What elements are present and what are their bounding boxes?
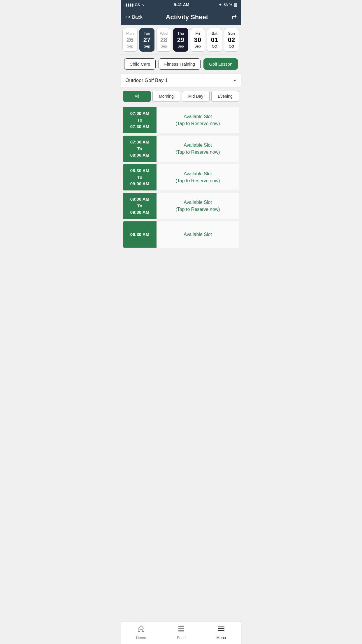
calendar-day-sat01[interactable]: Sat 01 Oct xyxy=(207,28,222,52)
day-num: 26 xyxy=(126,37,133,43)
day-name: Sun xyxy=(228,31,235,36)
day-num: 27 xyxy=(143,37,150,43)
slot-item-2[interactable]: 07:30 AMTo08:00 AM Available Slot(Tap to… xyxy=(123,136,239,162)
header: ‹ < Back Activity Sheet ⇄ xyxy=(121,9,241,25)
day-num: 30 xyxy=(194,37,201,43)
day-name: Mon xyxy=(126,31,133,36)
day-month: Sep xyxy=(127,44,133,48)
wifi-icon: ∿ xyxy=(141,3,145,7)
slot-content: Available Slot xyxy=(157,221,239,248)
dropdown-arrow-icon: ▼ xyxy=(233,78,237,83)
slots-list: 07:00 AMTo07:30 AM Available Slot(Tap to… xyxy=(121,105,241,250)
slot-time: 09:00 AMTo09:30 AM xyxy=(123,193,157,219)
day-month: Oct xyxy=(229,44,234,48)
slot-available-text: Available Slot(Tap to Reserve now) xyxy=(175,199,220,213)
slot-item-4[interactable]: 09:00 AMTo09:30 AM Available Slot(Tap to… xyxy=(123,193,239,219)
slot-content: Available Slot(Tap to Reserve now) xyxy=(157,164,239,190)
status-time: 9:41 AM xyxy=(174,2,189,7)
day-name: Wed xyxy=(160,31,168,36)
slot-time: 08:30 AMTo09:00 AM xyxy=(123,164,157,190)
day-name: Sat xyxy=(212,31,217,36)
back-label: < Back xyxy=(128,15,142,20)
slot-time: 07:00 AMTo07:30 AM xyxy=(123,107,157,133)
calendar-day-fri30[interactable]: Fri 30 Sep xyxy=(190,28,205,52)
back-button[interactable]: ‹ < Back xyxy=(125,15,143,20)
slot-item-1[interactable]: 07:00 AMTo07:30 AM Available Slot(Tap to… xyxy=(123,107,239,133)
bluetooth-icon: ✦ xyxy=(219,3,222,7)
status-right: ✦ 58 % ▓ xyxy=(219,3,237,7)
category-btn-golf-lesson[interactable]: Golf Lesson xyxy=(203,58,238,70)
day-name: Tue xyxy=(144,31,150,36)
calendar-day-sun02[interactable]: Sun 02 Oct xyxy=(224,28,239,52)
calendar-day-tue27[interactable]: Tue 27 Sep xyxy=(139,28,154,52)
back-chevron-icon: ‹ xyxy=(125,15,127,20)
day-name: Thu xyxy=(178,31,184,36)
day-month: Sep xyxy=(194,44,201,48)
calendar-day-mon26[interactable]: Mon 26 Sep xyxy=(122,28,138,52)
slot-available-text: Available Slot(Tap to Reserve now) xyxy=(175,170,220,184)
time-filter-midday[interactable]: Mid Day xyxy=(182,91,210,102)
category-tabs: Child CareFitness TrainingGolf Lesson xyxy=(121,55,241,73)
signal-icon: ▮▮▮▮ xyxy=(125,3,133,7)
time-filter-morning[interactable]: Morning xyxy=(152,91,180,102)
slot-available-text: Available Slot xyxy=(184,231,212,238)
status-bar: ▮▮▮▮ GS ∿ 9:41 AM ✦ 58 % ▓ xyxy=(121,0,241,9)
day-month: Sep xyxy=(144,44,150,48)
location-dropdown[interactable]: Outdoor Golf Bay 1 ▼ xyxy=(121,73,241,88)
day-num: 02 xyxy=(228,37,235,43)
day-month: Sep xyxy=(161,44,167,48)
slot-available-text: Available Slot(Tap to Reserve now) xyxy=(175,142,220,156)
calendar-strip: Mon 26 Sep Tue 27 Sep Wed 28 Sep Thu 29 … xyxy=(121,25,241,55)
day-num: 29 xyxy=(177,37,184,43)
day-month: Sep xyxy=(178,44,184,48)
swap-icon[interactable]: ⇄ xyxy=(231,13,237,21)
page-title: Activity Sheet xyxy=(166,13,208,21)
time-filter-evening[interactable]: Evening xyxy=(211,91,239,102)
calendar-day-wed28[interactable]: Wed 28 Sep xyxy=(156,28,171,52)
slot-content: Available Slot(Tap to Reserve now) xyxy=(157,107,239,133)
slot-time: 07:30 AMTo08:00 AM xyxy=(123,136,157,162)
category-btn-child-care[interactable]: Child Care xyxy=(124,58,156,70)
slot-content: Available Slot(Tap to Reserve now) xyxy=(157,193,239,219)
time-filter: AllMorningMid DayEvening xyxy=(121,88,241,105)
battery-icon: ▓ xyxy=(234,3,237,7)
carrier-label: GS xyxy=(135,3,140,7)
time-filter-all[interactable]: All xyxy=(123,91,151,102)
category-btn-fitness-training[interactable]: Fitness Training xyxy=(159,58,201,70)
slot-content: Available Slot(Tap to Reserve now) xyxy=(157,136,239,162)
day-name: Fri xyxy=(195,31,200,36)
dropdown-label: Outdoor Golf Bay 1 xyxy=(125,78,168,83)
battery-label: 58 % xyxy=(224,3,232,7)
day-month: Oct xyxy=(212,44,217,48)
slot-time: 09:30 AM xyxy=(123,221,157,248)
calendar-day-thu29[interactable]: Thu 29 Sep xyxy=(173,28,188,52)
status-left: ▮▮▮▮ GS ∿ xyxy=(125,3,145,7)
day-num: 28 xyxy=(160,37,167,43)
slot-available-text: Available Slot(Tap to Reserve now) xyxy=(175,113,220,127)
day-num: 01 xyxy=(211,37,218,43)
slot-item-3[interactable]: 08:30 AMTo09:00 AM Available Slot(Tap to… xyxy=(123,164,239,190)
slot-item-5[interactable]: 09:30 AM Available Slot xyxy=(123,221,239,248)
